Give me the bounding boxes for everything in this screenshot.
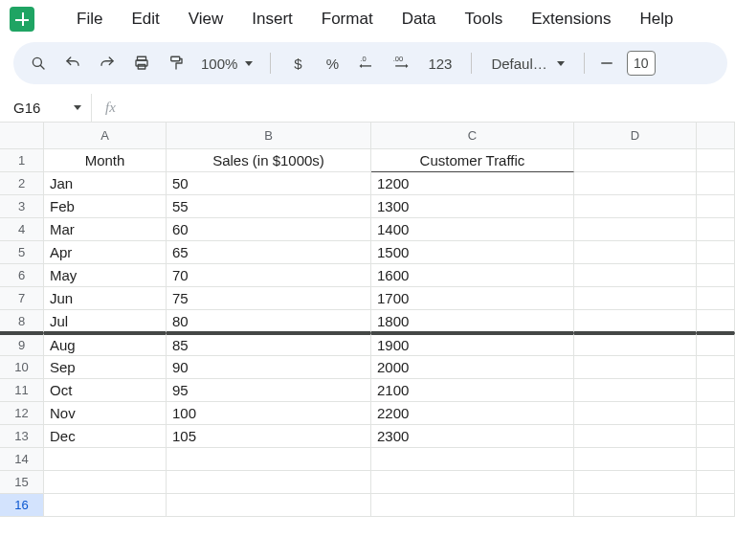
- currency-button[interactable]: $: [282, 49, 313, 78]
- cell[interactable]: [697, 172, 735, 195]
- cell[interactable]: 1300: [371, 195, 574, 218]
- zoom-dropdown[interactable]: 100%: [195, 56, 258, 72]
- cell[interactable]: [371, 471, 574, 494]
- cell[interactable]: 55: [167, 195, 371, 218]
- row-header[interactable]: 13: [0, 425, 44, 448]
- cell[interactable]: [697, 149, 735, 172]
- row-header[interactable]: 3: [0, 195, 44, 218]
- cell[interactable]: [697, 264, 735, 287]
- row-header[interactable]: 4: [0, 218, 44, 241]
- cell[interactable]: 2100: [371, 379, 574, 402]
- row-header[interactable]: 10: [0, 356, 44, 379]
- cell[interactable]: [697, 287, 735, 310]
- cell[interactable]: Month: [44, 149, 167, 172]
- row-header[interactable]: 1: [0, 149, 44, 172]
- cell[interactable]: [574, 494, 697, 517]
- cell[interactable]: [574, 471, 697, 494]
- cell[interactable]: [697, 425, 735, 448]
- cell[interactable]: Mar: [44, 218, 167, 241]
- cell[interactable]: [574, 218, 697, 241]
- row-header[interactable]: 7: [0, 287, 44, 310]
- cell[interactable]: 80: [167, 310, 371, 333]
- row-header[interactable]: 11: [0, 379, 44, 402]
- row-header[interactable]: 9: [0, 333, 44, 356]
- cell[interactable]: Jun: [44, 287, 167, 310]
- cell[interactable]: Sep: [44, 356, 167, 379]
- cell[interactable]: [167, 471, 371, 494]
- cell[interactable]: 85: [167, 333, 371, 356]
- print-icon[interactable]: [126, 49, 157, 78]
- cell[interactable]: 100: [167, 402, 371, 425]
- cell[interactable]: [371, 494, 574, 517]
- row-header[interactable]: 16: [0, 494, 44, 517]
- cell[interactable]: [697, 471, 735, 494]
- cell[interactable]: Customer Traffic: [371, 149, 574, 172]
- paint-format-icon[interactable]: [161, 49, 191, 78]
- search-icon[interactable]: [23, 49, 54, 78]
- menu-tools[interactable]: Tools: [452, 6, 517, 33]
- menu-data[interactable]: Data: [389, 6, 450, 33]
- cell[interactable]: [574, 333, 697, 356]
- col-header-E[interactable]: [697, 123, 735, 149]
- cell[interactable]: Dec: [44, 425, 167, 448]
- col-header-A[interactable]: A: [44, 123, 167, 149]
- cell[interactable]: [697, 379, 735, 402]
- cell[interactable]: [697, 356, 735, 379]
- cell[interactable]: [574, 425, 697, 448]
- menu-view[interactable]: View: [175, 6, 237, 33]
- cell[interactable]: [44, 494, 167, 517]
- increase-decimal-button[interactable]: .00: [386, 49, 416, 78]
- cell[interactable]: [44, 448, 167, 471]
- cell[interactable]: 1600: [371, 264, 574, 287]
- cell[interactable]: 1800: [371, 310, 574, 333]
- cell[interactable]: [697, 402, 735, 425]
- cell[interactable]: Feb: [44, 195, 167, 218]
- cell[interactable]: [574, 195, 697, 218]
- row-header[interactable]: 8: [0, 310, 44, 333]
- cell[interactable]: Sales (in $1000s): [167, 149, 371, 172]
- row-header[interactable]: 6: [0, 264, 44, 287]
- menu-insert[interactable]: Insert: [238, 6, 306, 33]
- cell[interactable]: [167, 494, 371, 517]
- decrease-font-icon[interactable]: [596, 49, 617, 78]
- redo-icon[interactable]: [92, 49, 122, 78]
- cell[interactable]: 65: [167, 241, 371, 264]
- cell[interactable]: [574, 264, 697, 287]
- cell[interactable]: [697, 310, 735, 333]
- cell[interactable]: [574, 402, 697, 425]
- cell[interactable]: 1400: [371, 218, 574, 241]
- undo-icon[interactable]: [57, 49, 88, 78]
- cell[interactable]: [44, 471, 167, 494]
- number-format-button[interactable]: 123: [420, 49, 459, 78]
- menu-format[interactable]: Format: [308, 6, 387, 33]
- cell[interactable]: Jul: [44, 310, 167, 333]
- row-header[interactable]: 14: [0, 448, 44, 471]
- cell[interactable]: May: [44, 264, 167, 287]
- cell[interactable]: [574, 310, 697, 333]
- decrease-decimal-button[interactable]: .0: [351, 49, 382, 78]
- cell[interactable]: 95: [167, 379, 371, 402]
- cell[interactable]: [574, 149, 697, 172]
- col-header-D[interactable]: D: [574, 123, 697, 149]
- cell[interactable]: 75: [167, 287, 371, 310]
- cell[interactable]: [697, 494, 735, 517]
- select-all-corner[interactable]: [0, 123, 44, 149]
- cell[interactable]: [371, 448, 574, 471]
- row-header[interactable]: 12: [0, 402, 44, 425]
- cell[interactable]: [697, 448, 735, 471]
- cell[interactable]: 2000: [371, 356, 574, 379]
- cell[interactable]: 1700: [371, 287, 574, 310]
- cell[interactable]: 1200: [371, 172, 574, 195]
- cell[interactable]: 70: [167, 264, 371, 287]
- col-header-C[interactable]: C: [371, 123, 574, 149]
- cell[interactable]: [574, 241, 697, 264]
- cell[interactable]: [697, 218, 735, 241]
- cell[interactable]: Apr: [44, 241, 167, 264]
- cell[interactable]: 2300: [371, 425, 574, 448]
- menu-extensions[interactable]: Extensions: [518, 6, 624, 33]
- cell[interactable]: [574, 356, 697, 379]
- cell[interactable]: [697, 333, 735, 356]
- cell[interactable]: Jan: [44, 172, 167, 195]
- cell[interactable]: 90: [167, 356, 371, 379]
- cell[interactable]: 2200: [371, 402, 574, 425]
